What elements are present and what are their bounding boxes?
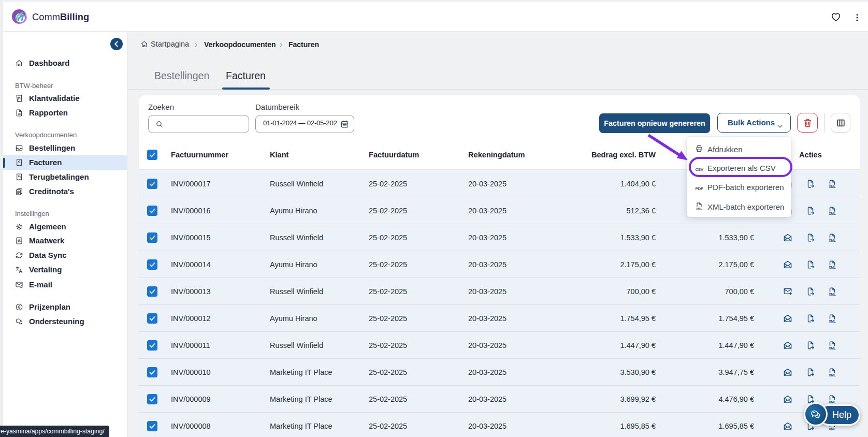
- svg-text:XML: XML: [829, 427, 836, 431]
- svg-text:€: €: [18, 160, 20, 164]
- svg-text:XML: XML: [696, 207, 703, 210]
- svg-text:XML: XML: [829, 346, 836, 350]
- svg-text:XML: XML: [829, 319, 836, 323]
- svg-text:XML: XML: [829, 293, 836, 296]
- svg-text:XML: XML: [829, 373, 836, 377]
- svg-text:€: €: [18, 304, 21, 310]
- svg-text:XML: XML: [829, 185, 836, 188]
- svg-text:XML: XML: [829, 266, 836, 269]
- svg-text:XML: XML: [829, 212, 836, 215]
- svg-text:XML: XML: [829, 239, 836, 242]
